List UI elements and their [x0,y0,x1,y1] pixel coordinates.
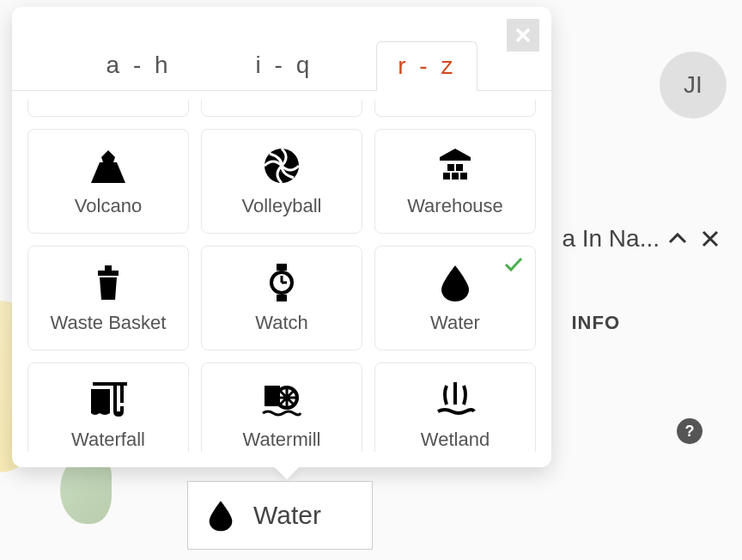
volcano-icon [88,145,129,186]
cell-label: Watch [255,312,308,334]
svg-rect-4 [447,164,454,171]
icon-cell-water[interactable]: Water [374,246,536,350]
background-title: a In Na... [562,225,660,253]
icon-cell-waterfall[interactable]: Waterfall [27,362,189,452]
watch-icon [261,262,302,303]
cell-label: Waterfall [71,429,145,451]
icon-cell-warehouse[interactable]: Warehouse [374,129,536,234]
cell-stub[interactable] [374,100,536,117]
help-icon[interactable]: ? [677,418,702,444]
icon-picker-popup: a - h i - q r - z Volcano Volleyball [12,7,551,467]
icon-cell-volleyball[interactable]: Volleyball [201,129,362,234]
svg-rect-8 [277,264,287,271]
waste-basket-icon [88,262,129,303]
svg-rect-5 [456,164,463,171]
warehouse-icon [435,145,476,186]
cell-label: Warehouse [407,195,503,217]
water-icon [435,262,476,303]
svg-rect-6 [98,271,119,276]
icon-cell-waste-basket[interactable]: Waste Basket [27,246,189,350]
waterfall-icon [88,379,129,420]
check-icon [504,257,523,272]
avatar-initials: JI [684,71,702,99]
icon-cell-volcano[interactable]: Volcano [27,129,189,234]
cell-label: Water [430,312,480,334]
close-icon[interactable] [701,229,720,248]
alphabet-tabs: a - h i - q r - z [12,7,551,91]
icon-cell-wetland[interactable]: Wetland [374,362,536,452]
cell-label: Volcano [75,195,142,217]
popup-arrow [275,455,299,479]
cell-label: Watermill [243,429,321,451]
tab-a-h[interactable]: a - h [86,41,192,90]
cell-label: Wetland [421,429,490,451]
selected-label: Water [253,501,321,530]
svg-rect-1 [443,173,450,180]
wetland-icon [435,379,476,420]
collapse-icon[interactable] [668,233,687,245]
water-icon [204,498,238,533]
partial-previous-row [27,100,536,117]
svg-rect-7 [105,265,112,271]
background-panel-header: a In Na... [562,225,720,253]
cell-stub[interactable] [201,100,362,117]
cell-label: Volleyball [242,195,322,217]
icon-cell-watch[interactable]: Watch [201,246,362,350]
icon-cell-watermill[interactable]: Watermill [201,362,362,452]
cell-stub[interactable] [27,100,189,117]
tab-r-z[interactable]: r - z [376,41,477,91]
svg-rect-3 [460,173,467,180]
selected-icon-display[interactable]: Water [187,481,373,550]
watermill-icon [261,379,302,420]
cell-label: Waste Basket [51,312,167,334]
svg-rect-2 [452,173,459,180]
svg-rect-9 [277,295,287,301]
avatar[interactable]: JI [660,52,727,119]
icon-grid-container: Volcano Volleyball Warehouse Waste Baske… [12,91,551,452]
tab-info[interactable]: INFO [571,312,620,334]
volleyball-icon [261,145,302,186]
icon-grid: Volcano Volleyball Warehouse Waste Baske… [27,129,536,452]
tab-i-q[interactable]: i - q [235,41,334,90]
